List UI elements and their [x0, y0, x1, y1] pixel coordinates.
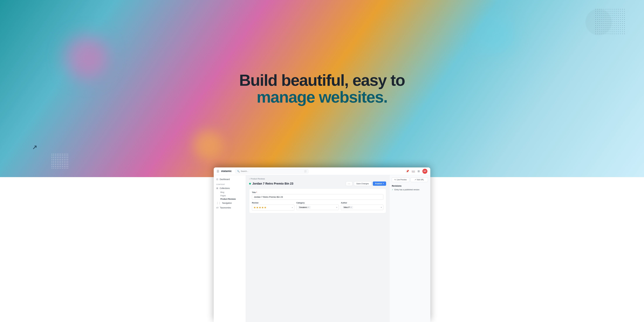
hero-line1: Build beautiful, easy to — [239, 72, 405, 89]
pin-icon[interactable]: 📌 — [406, 170, 409, 173]
main-layout: ⊡ Dashboard CONTENT ⊞ Collections Blog P… — [214, 175, 430, 177]
sidebar-item-dashboard[interactable]: ⊡ Dashboard — [214, 177, 246, 177]
topbar: ☰ statamic 🔍 / 📌 📖 ⊞ NP — [214, 168, 430, 175]
hero-text-container: Build beautiful, easy to manage websites… — [0, 0, 644, 177]
search-icon: 🔍 — [237, 170, 240, 172]
sidebar: ⊡ Dashboard CONTENT ⊞ Collections Blog P… — [214, 175, 246, 177]
editor-pane: ‹ Product Reviews Jordan 7 Retro Premio … — [246, 175, 389, 177]
avatar[interactable]: NP — [422, 169, 428, 174]
search-input[interactable] — [241, 170, 303, 172]
search-bar[interactable]: 🔍 / — [235, 169, 308, 174]
hamburger-icon[interactable]: ☰ — [216, 170, 219, 173]
right-panel: ↻ Live Preview ↗ Visit URL Revisions ✓ E… — [389, 175, 430, 177]
book-icon[interactable]: 📖 — [412, 170, 415, 173]
topbar-actions: 📌 📖 ⊞ NP — [406, 169, 428, 174]
grid-icon[interactable]: ⊞ — [418, 170, 420, 173]
cms-panel: ☰ statamic 🔍 / 📌 📖 ⊞ NP ⊡ Dashboard CONT… — [214, 168, 430, 177]
search-kbd: / — [304, 170, 306, 172]
hero-line2: manage websites. — [239, 88, 405, 106]
brand-name: statamic — [221, 170, 232, 173]
